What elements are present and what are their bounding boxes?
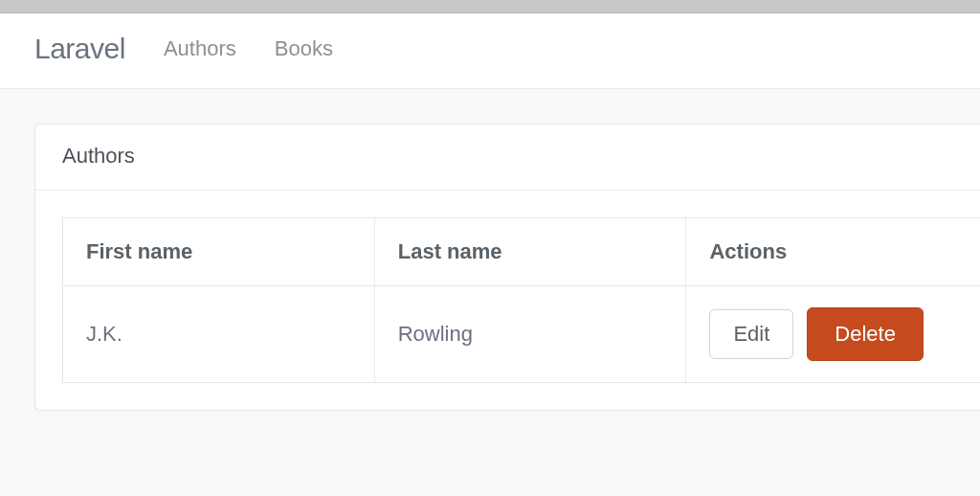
authors-panel: Authors First name Last name Actions J.K…: [34, 124, 980, 411]
edit-button[interactable]: Edit: [709, 309, 793, 359]
nav-link-books[interactable]: Books: [275, 36, 333, 61]
page-body: Authors First name Last name Actions J.K…: [0, 89, 980, 445]
col-header-actions: Actions: [686, 218, 980, 286]
panel-title: Authors: [35, 124, 980, 191]
cell-actions: Edit Delete: [686, 286, 980, 382]
cell-first-name: J.K.: [63, 286, 375, 382]
navbar: Laravel Authors Books: [0, 13, 980, 89]
authors-table: First name Last name Actions J.K. Rowlin…: [62, 217, 980, 383]
brand-logo[interactable]: Laravel: [34, 33, 125, 65]
delete-button[interactable]: Delete: [807, 307, 924, 361]
nav-link-authors[interactable]: Authors: [164, 36, 236, 61]
col-header-first-name: First name: [63, 218, 375, 286]
cell-last-name: Rowling: [375, 286, 687, 382]
table-header-row: First name Last name Actions: [63, 218, 980, 286]
panel-body: First name Last name Actions J.K. Rowlin…: [35, 191, 980, 410]
browser-chrome: [0, 0, 980, 13]
table-row: J.K. Rowling Edit Delete: [63, 286, 980, 382]
col-header-last-name: Last name: [375, 218, 687, 286]
